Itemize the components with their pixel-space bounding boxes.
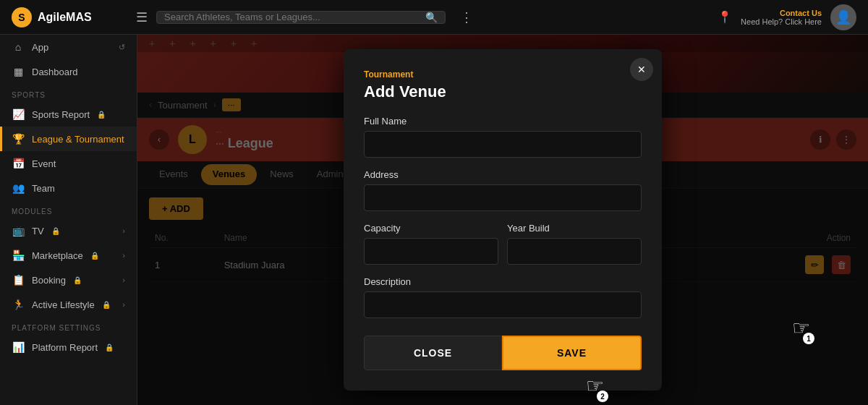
active-lifestyle-icon: 🏃 — [12, 299, 25, 310]
sidebar-item-label: Marketplace — [32, 250, 83, 261]
save-button[interactable]: SAVE — [502, 336, 642, 370]
address-input[interactable] — [364, 184, 642, 211]
logo-icon: S — [12, 7, 32, 27]
sidebar-item-event[interactable]: 📅 Event — [0, 151, 137, 176]
search-input[interactable] — [164, 12, 420, 22]
sidebar-item-label: App — [32, 42, 48, 53]
address-group: Address — [364, 169, 642, 211]
sidebar-item-app[interactable]: ⌂ App ↺ — [0, 35, 137, 59]
modal-title: Add Venue — [364, 82, 642, 101]
booking-icon: 📋 — [12, 274, 25, 286]
event-icon: 📅 — [12, 158, 25, 169]
sports-report-icon: 📈 — [12, 108, 25, 120]
sidebar-item-label: League & Tournament — [32, 134, 124, 145]
lock-icon: 🔒 — [97, 111, 106, 119]
lock-icon: 🔒 — [102, 301, 111, 309]
sidebar-item-label: Booking — [32, 275, 66, 286]
sidebar-item-marketplace[interactable]: 🏪 Marketplace 🔒 › — [0, 243, 137, 268]
more-options-icon[interactable]: ⋮ — [460, 9, 473, 25]
full-name-input[interactable] — [364, 131, 642, 158]
main-content: + + + + + + ‹ Tournament › ··· ‹ L ··· — [137, 35, 868, 405]
sidebar-item-label: TV — [32, 226, 44, 236]
top-navigation: S AgileMAS ☰ 🔍 ⋮ 📍 Contact Us Need Help?… — [0, 0, 868, 35]
sidebar-section-platform: Platform Settings — [0, 317, 137, 335]
sidebar-item-label: Sports Report — [32, 109, 90, 120]
sidebar-item-label: Dashboard — [32, 67, 78, 77]
sidebar-item-label: Event — [32, 158, 56, 169]
arrow-icon: › — [122, 300, 125, 309]
sidebar-item-team[interactable]: 👥 Team — [0, 176, 137, 200]
team-icon: 👥 — [12, 182, 25, 194]
dashboard-icon: ▦ — [12, 66, 25, 77]
modal-subtitle: Tournament — [364, 69, 642, 80]
sidebar-item-league-tournament[interactable]: 🏆 League & Tournament — [0, 127, 137, 151]
description-label: Description — [364, 276, 642, 287]
description-input[interactable] — [364, 291, 642, 318]
arrow-icon: › — [122, 276, 125, 284]
capacity-group: Capacity — [364, 223, 498, 265]
full-name-label: Full Name — [364, 116, 642, 127]
sidebar-section-sports: Sports — [0, 84, 137, 102]
lock-icon: 🔒 — [51, 227, 60, 235]
description-group: Description — [364, 276, 642, 318]
logo-area: S AgileMAS — [12, 7, 127, 27]
app-name: AgileMAS — [38, 11, 92, 24]
sidebar-item-tv[interactable]: 📺 TV 🔒 › — [0, 218, 137, 243]
avatar[interactable]: 👤 — [830, 4, 856, 30]
arrow-icon: › — [122, 251, 125, 260]
sidebar-item-booking[interactable]: 📋 Booking 🔒 › — [0, 268, 137, 292]
search-bar[interactable]: 🔍 — [156, 11, 446, 24]
modal-overlay: ✕ Tournament Add Venue Full Name Address… — [137, 35, 868, 405]
tv-icon: 📺 — [12, 225, 25, 236]
sidebar-item-platform-report[interactable]: 📊 Platform Report 🔒 — [0, 335, 137, 359]
modal-close-button[interactable]: ✕ — [630, 58, 653, 81]
app-icon: ⌂ — [12, 41, 25, 53]
sidebar: ⌂ App ↺ ▦ Dashboard Sports 📈 Sports Repo… — [0, 35, 137, 405]
year-build-input[interactable] — [507, 238, 642, 265]
capacity-input[interactable] — [364, 238, 498, 265]
year-build-group: Year Build — [507, 223, 642, 265]
main-layout: ⌂ App ↺ ▦ Dashboard Sports 📈 Sports Repo… — [0, 35, 868, 405]
refresh-icon: ↺ — [119, 43, 125, 52]
sidebar-item-label: Active Lifestyle — [32, 299, 95, 310]
sidebar-item-active-lifestyle[interactable]: 🏃 Active Lifestyle 🔒 › — [0, 292, 137, 317]
top-nav-right: 📍 Contact Us Need Help? Click Here 👤 — [718, 4, 856, 30]
lock-icon: 🔒 — [90, 252, 99, 260]
capacity-year-row: Capacity Year Build — [364, 223, 642, 276]
full-name-group: Full Name — [364, 116, 642, 158]
lock-icon: 🔒 — [73, 276, 82, 284]
address-label: Address — [364, 169, 642, 180]
marketplace-icon: 🏪 — [12, 250, 25, 261]
sidebar-item-label: Team — [32, 183, 55, 194]
capacity-label: Capacity — [364, 223, 498, 234]
contact-us[interactable]: Contact Us Need Help? Click Here — [741, 9, 822, 26]
hamburger-icon[interactable]: ☰ — [136, 9, 148, 25]
modal-footer: CLOSE SAVE — [364, 336, 642, 370]
sidebar-item-label: Platform Report — [32, 342, 98, 353]
sidebar-section-modules: Modules — [0, 200, 137, 218]
close-button[interactable]: CLOSE — [364, 336, 502, 370]
year-build-label: Year Build — [507, 223, 642, 234]
arrow-icon: › — [122, 226, 125, 235]
cursor-2: ☞ 2 — [586, 374, 604, 398]
sidebar-item-sports-report[interactable]: 📈 Sports Report 🔒 — [0, 102, 137, 127]
lock-icon: 🔒 — [105, 344, 114, 351]
platform-report-icon: 📊 — [12, 341, 25, 353]
sidebar-item-dashboard[interactable]: ▦ Dashboard — [0, 59, 137, 84]
pin-icon: 📍 — [718, 10, 732, 24]
trophy-icon: 🏆 — [12, 133, 25, 145]
add-venue-modal: ✕ Tournament Add Venue Full Name Address… — [344, 49, 662, 391]
search-icon: 🔍 — [425, 12, 438, 23]
cursor-badge-2: 2 — [597, 391, 608, 402]
